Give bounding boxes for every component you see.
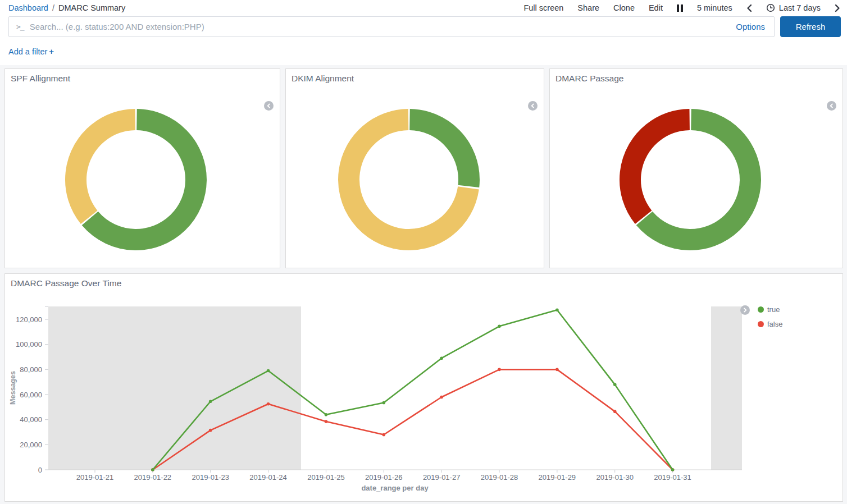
legend-item-false[interactable]: false [758,318,782,330]
refresh-button[interactable]: Refresh [780,16,841,37]
partial-bucket-band-left [48,306,301,470]
data-point-true[interactable] [267,369,270,373]
time-range-button[interactable]: Last 7 days [766,3,821,12]
legend-label: false [767,320,782,328]
spf-donut-chart[interactable] [57,101,215,258]
data-point-false[interactable] [498,368,501,372]
x-tick-label: 2019-01-25 [307,473,345,482]
x-tick-label: 2019-01-26 [365,473,403,482]
x-tick-label: 2019-01-27 [423,473,461,482]
search-row: >_ Options Refresh [0,15,847,37]
legend-dot [758,321,764,327]
legend-dot [758,306,764,313]
data-point-true[interactable] [440,356,443,360]
plus-icon: + [49,47,54,56]
dashboard-area: SPF Allignment DKIM Alignment DMARC Pass… [0,65,847,504]
x-tick-label: 2019-01-21 [76,473,114,482]
time-range-label: Last 7 days [779,3,821,12]
top-menu: Full screen Share Clone Edit 5 minutes L… [523,3,840,12]
dmarc-over-time-chart[interactable]: 020,00040,00060,00080,000100,000120,0002… [5,274,843,501]
breadcrumb-dashboard-link[interactable]: Dashboard [8,3,48,12]
time-forward-button[interactable] [835,4,840,12]
share-button[interactable]: Share [577,3,599,12]
legend-item-true[interactable]: true [758,304,782,315]
panel-title: SPF Allignment [11,74,70,84]
collapse-legend-button[interactable] [528,101,538,111]
data-point-true[interactable] [671,468,675,471]
time-back-button[interactable] [746,4,752,12]
y-tick-label: 120,000 [16,315,42,324]
data-point-false[interactable] [325,420,328,423]
data-point-false[interactable] [555,368,559,372]
chevron-left-icon [746,4,752,12]
filter-row: Add a filter+ [0,37,847,56]
clone-button[interactable]: Clone [613,3,635,12]
dmarc-donut-chart[interactable] [612,101,769,258]
y-tick-label: 80,000 [20,365,42,374]
x-tick-label: 2019-01-22 [134,473,172,482]
x-tick-label: 2019-01-28 [481,473,518,482]
x-tick-label: 2019-01-30 [596,473,634,482]
partial-bucket-band-right [711,306,742,470]
data-point-true[interactable] [613,383,617,386]
y-tick-label: 100,000 [16,340,42,349]
options-button[interactable]: Options [727,22,774,31]
y-tick-label: 20,000 [20,441,42,449]
data-point-true[interactable] [498,324,501,328]
dkim-alignment-panel: DKIM Alignment [285,68,544,268]
data-point-true[interactable] [209,400,212,403]
edit-button[interactable]: Edit [649,3,663,12]
add-filter-button[interactable]: Add a filter+ [8,47,54,56]
breadcrumb: Dashboard / DMARC Summary [8,3,125,12]
x-tick-label: 2019-01-31 [654,473,691,482]
dmarc-passage-panel: DMARC Passage [549,68,843,268]
dmarc-over-time-panel: DMARC Passage Over Time 020,00040,00060,… [4,273,843,502]
chevron-left-icon [266,103,271,108]
data-point-false[interactable] [209,429,212,432]
legend-label: true [767,305,780,314]
breadcrumb-current: DMARC Summary [58,3,125,12]
terminal-prompt-icon: >_ [9,22,30,31]
y-tick-label: 0 [38,466,42,474]
search-input[interactable] [30,22,727,31]
top-bar: Dashboard / DMARC Summary Full screen Sh… [0,0,847,15]
refresh-interval-button[interactable]: 5 minutes [697,3,732,12]
data-point-false[interactable] [440,396,443,399]
add-filter-label: Add a filter [8,47,47,56]
dkim-donut-chart[interactable] [330,101,488,258]
y-tick-label: 60,000 [20,391,42,399]
data-point-true[interactable] [382,401,385,405]
data-point-true[interactable] [325,413,328,416]
data-point-false[interactable] [382,433,385,437]
x-tick-label: 2019-01-29 [539,473,576,482]
collapse-legend-button[interactable] [827,101,836,111]
x-axis-title: date_range per day [361,484,429,492]
panel-title: DMARC Passage [555,74,623,84]
search-box: >_ Options [8,16,775,37]
chart-legend: truefalse [758,304,782,330]
legend-toggle-button[interactable] [740,305,750,315]
x-tick-label: 2019-01-23 [192,473,229,482]
data-point-true[interactable] [151,468,154,471]
chevron-right-icon [835,4,840,12]
pause-icon [677,4,683,12]
collapse-legend-button[interactable] [264,101,274,111]
data-point-false[interactable] [613,410,617,413]
panel-title: DKIM Alignment [292,74,354,84]
clock-icon [766,3,775,12]
full-screen-button[interactable]: Full screen [523,3,563,12]
y-axis-title: Messages [9,371,17,405]
y-tick-label: 40,000 [20,415,42,424]
chevron-left-icon [530,103,535,108]
chevron-left-icon [829,103,834,108]
pause-autorefresh-button[interactable] [677,4,683,12]
x-tick-label: 2019-01-24 [249,473,287,482]
data-point-false[interactable] [267,402,270,406]
data-point-true[interactable] [555,308,559,311]
chevron-right-icon [743,308,748,313]
breadcrumb-separator: / [52,3,54,12]
spf-alignment-panel: SPF Allignment [4,68,280,268]
